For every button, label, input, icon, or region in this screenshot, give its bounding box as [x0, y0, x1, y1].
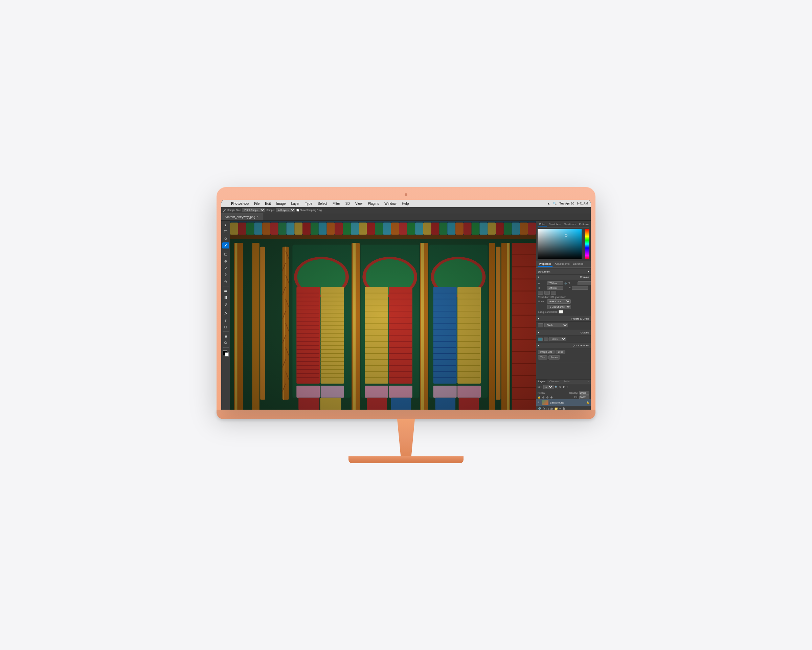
- menu-view[interactable]: View: [354, 202, 364, 205]
- lock-move-icon[interactable]: ⊕: [542, 396, 545, 399]
- sample-size-select[interactable]: Point Sample: [242, 208, 265, 212]
- add-style-icon[interactable]: fx: [543, 407, 545, 410]
- mode-select[interactable]: RGB Color: [547, 299, 571, 304]
- add-mask-icon[interactable]: ◻: [546, 407, 549, 410]
- layer-kind-select[interactable]: ≡: [543, 385, 554, 389]
- portrait-icon[interactable]: [538, 291, 543, 295]
- shape-tool[interactable]: [222, 324, 229, 330]
- menu-window[interactable]: Window: [383, 202, 398, 205]
- new-layer-icon[interactable]: +: [559, 407, 561, 410]
- eraser-tool[interactable]: [222, 288, 229, 294]
- guide-color-1[interactable]: [538, 338, 543, 341]
- trim-button[interactable]: Trim: [538, 355, 548, 359]
- sample-select[interactable]: All Layers: [276, 208, 295, 212]
- lock-all-icon[interactable]: ⊗: [550, 396, 553, 399]
- tab-channels[interactable]: Channels: [548, 379, 562, 384]
- rulers-grids-header[interactable]: ▾ Rulers & Grids: [536, 316, 591, 322]
- lasso-tool[interactable]: [222, 236, 229, 242]
- menu-file[interactable]: File: [253, 202, 261, 205]
- history-brush-tool[interactable]: [222, 278, 229, 285]
- selection-tool[interactable]: [222, 229, 229, 235]
- adjustment-filter-icon[interactable]: ◐: [563, 385, 565, 388]
- layers-panel-menu-icon[interactable]: ≡: [586, 379, 591, 384]
- height-input[interactable]: [547, 286, 563, 290]
- svg-point-8: [225, 274, 226, 275]
- new-group-icon[interactable]: 📁: [554, 407, 558, 410]
- tab-properties[interactable]: Properties: [537, 262, 553, 267]
- landscape-icon[interactable]: [544, 291, 550, 295]
- tab-patterns[interactable]: Patterns: [578, 222, 591, 227]
- tab-color[interactable]: Color: [537, 222, 547, 227]
- guides-header[interactable]: ▾ Guides: [536, 330, 591, 335]
- menu-type[interactable]: Type: [304, 202, 313, 205]
- svg-point-15: [225, 312, 226, 313]
- healing-brush-tool[interactable]: [222, 258, 229, 265]
- menu-image[interactable]: Image: [275, 202, 287, 205]
- tab-gradients[interactable]: Gradients: [563, 222, 577, 227]
- lock-draw-icon[interactable]: ⊘: [546, 396, 549, 399]
- y-input[interactable]: [572, 286, 588, 290]
- crop-button[interactable]: Crop: [556, 350, 565, 354]
- menu-plugins[interactable]: Plugins: [367, 202, 380, 205]
- filter-icon[interactable]: 🔍: [554, 385, 558, 388]
- dodge-tool[interactable]: [222, 301, 229, 307]
- link-layers-icon[interactable]: 🔗: [537, 407, 541, 410]
- menu-edit[interactable]: Edit: [264, 202, 272, 205]
- wifi-icon[interactable]: ▲: [547, 202, 550, 205]
- color-hue-strip[interactable]: [585, 229, 589, 259]
- crop-tool[interactable]: [222, 252, 229, 258]
- new-adjustment-icon[interactable]: ◑: [550, 407, 553, 410]
- file-tab[interactable]: Vibrant_entryway.jpeg ✕: [221, 213, 263, 220]
- eyedropper-tool[interactable]: [222, 242, 229, 248]
- menu-help[interactable]: Help: [401, 202, 410, 205]
- swap-icon[interactable]: [551, 291, 556, 295]
- guide-style-select[interactable]: Lines: [549, 337, 566, 341]
- menu-select[interactable]: Select: [317, 202, 328, 205]
- quick-actions-header[interactable]: ▾ Quick Actions: [536, 343, 591, 348]
- link-icon[interactable]: 🔗: [564, 282, 568, 285]
- bg-color-swatch[interactable]: [559, 310, 563, 314]
- sampling-ring-checkbox[interactable]: [296, 209, 299, 212]
- visibility-filter-icon[interactable]: 👁: [559, 385, 562, 388]
- search-icon[interactable]: 🔍: [553, 202, 557, 205]
- x-input[interactable]: [577, 281, 591, 285]
- width-input[interactable]: [547, 281, 563, 285]
- tab-swatches[interactable]: Swatches: [548, 222, 562, 227]
- move-tool[interactable]: [222, 222, 229, 228]
- fill-input[interactable]: [579, 395, 589, 399]
- tab-paths[interactable]: Paths: [562, 379, 572, 384]
- depth-select[interactable]: 8 Bits/Channel: [548, 305, 571, 309]
- background-layer[interactable]: 👁 Background 🔒: [536, 399, 591, 406]
- zoom-tool[interactable]: [222, 340, 229, 346]
- tab-adjustments[interactable]: Adjustments: [553, 262, 571, 267]
- close-tab-icon[interactable]: ✕: [256, 215, 259, 218]
- rotate-button[interactable]: Rotate: [548, 355, 560, 359]
- delete-layer-icon[interactable]: 🗑: [562, 407, 565, 410]
- color-saturation-field[interactable]: [537, 229, 582, 259]
- opacity-input[interactable]: [579, 391, 589, 395]
- ps-canvas-area[interactable]: [230, 221, 536, 410]
- tab-layers[interactable]: Layers: [536, 379, 548, 384]
- rulers-unit-select[interactable]: Pixels: [544, 323, 568, 327]
- color-picker[interactable]: [537, 229, 589, 259]
- hand-tool[interactable]: [222, 333, 229, 339]
- tab-libraries[interactable]: Libraries: [572, 262, 585, 267]
- menu-3d[interactable]: 3D: [345, 202, 351, 205]
- brush-tool[interactable]: [222, 265, 229, 271]
- color-swatches-area: [222, 350, 229, 358]
- canvas-header[interactable]: ▾ Canvas: [536, 275, 591, 280]
- clone-stamp-tool[interactable]: [222, 272, 229, 278]
- image-size-button[interactable]: Image Size: [538, 350, 554, 354]
- background-color[interactable]: [224, 352, 229, 356]
- document-header[interactable]: Document ▾: [536, 269, 591, 275]
- smart-filter-icon[interactable]: ✦: [566, 385, 568, 388]
- layer-visibility-icon[interactable]: 👁: [537, 401, 540, 404]
- pen-tool[interactable]: [222, 310, 229, 317]
- text-tool[interactable]: T: [222, 317, 229, 323]
- tool-divider-2: [223, 286, 229, 286]
- menu-layer[interactable]: Layer: [290, 202, 301, 205]
- gradient-tool[interactable]: [222, 295, 229, 301]
- app-name-menu[interactable]: Photoshop: [230, 202, 250, 205]
- menu-filter[interactable]: Filter: [331, 202, 341, 205]
- layer-name: Background: [550, 401, 564, 404]
